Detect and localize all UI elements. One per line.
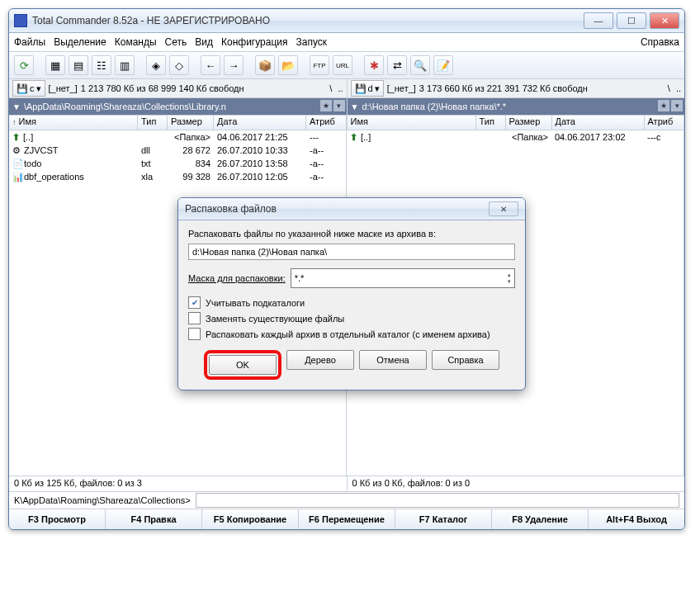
history-button-left[interactable]: ▾ [333, 100, 345, 111]
mask-select[interactable]: *.* ▴▾ [291, 268, 515, 288]
f6-button[interactable]: F6 Перемещение [299, 509, 395, 529]
cancel-button[interactable]: Отмена [359, 350, 427, 370]
folder-up-icon: ⬆ [350, 132, 357, 142]
notepad-button[interactable]: 📝 [433, 55, 453, 75]
menu-help[interactable]: Справка [641, 36, 679, 48]
drive-label-left: [_нет_] [49, 83, 78, 93]
favorite-button-right[interactable]: ★ [658, 100, 669, 111]
file-date: 26.07.2010 13:58 [214, 159, 306, 168]
col-name-right[interactable]: Имя [348, 116, 476, 130]
menu-config[interactable]: Конфигурация [221, 36, 288, 48]
file-size: 834 [168, 159, 214, 168]
updir-date-left: 04.06.2017 21:25 [214, 132, 306, 142]
menubar: Файлы Выделение Команды Сеть Вид Конфигу… [9, 33, 684, 52]
unpack-path-input[interactable] [188, 244, 515, 260]
menu-commands[interactable]: Команды [115, 36, 157, 48]
cmd-input[interactable] [196, 493, 679, 508]
url-button[interactable]: URL [333, 55, 352, 75]
checkbox-label: Учитывать подкаталоги [206, 298, 305, 308]
altf4-button[interactable]: Alt+F4 Выход [589, 509, 684, 529]
checkbox-each-own-dir[interactable]: Распаковать каждый архив в отдельный кат… [188, 328, 515, 340]
drive-select-right[interactable]: 💾 d ▾ [351, 80, 384, 97]
favorite-button-left[interactable]: ★ [320, 100, 332, 111]
menu-selection[interactable]: Выделение [54, 36, 106, 48]
unpack-button[interactable]: 📂 [278, 55, 298, 75]
view-quick-button[interactable]: ▥ [115, 55, 135, 75]
list-item[interactable]: ⬆[..] <Папка> 04.06.2017 21:25 --- [9, 130, 346, 144]
history-button-right[interactable]: ▾ [671, 100, 683, 111]
command-line: K\AppData\Roaming\Shareaza\Collections> [9, 491, 684, 509]
minimize-button[interactable]: — [584, 12, 613, 29]
file-ext: txt [138, 159, 168, 168]
ftp-connect-button[interactable]: FTP [310, 55, 329, 75]
dialog-titlebar: Распаковка файлов ✕ [178, 198, 525, 220]
back-button[interactable]: ← [201, 55, 220, 75]
path-text-left: \AppData\Roaming\Shareaza\Collections\Li… [24, 102, 226, 111]
unselect-button[interactable]: ◇ [169, 55, 189, 75]
col-type-left[interactable]: Тип [138, 116, 168, 130]
f5-button[interactable]: F5 Копирование [202, 509, 299, 529]
dropdown-icon: ▴▾ [508, 272, 511, 285]
ok-button[interactable]: OK [209, 355, 277, 375]
multi-rename-button[interactable]: ✱ [364, 55, 384, 75]
col-size-right[interactable]: Размер [506, 116, 552, 130]
checkbox-overwrite[interactable]: Заменять существующие файлы [188, 312, 515, 324]
view-tree-button[interactable]: ☷ [92, 55, 111, 75]
drive-select-left[interactable]: 💾 c ▾ [12, 80, 45, 97]
window-close-button[interactable]: ✕ [650, 12, 679, 29]
checkbox-subdirs[interactable]: ✔ Учитывать подкаталоги [188, 296, 515, 309]
col-attr-left[interactable]: Атриб [306, 116, 347, 130]
view-full-button[interactable]: ▤ [69, 55, 88, 75]
forward-button[interactable]: → [224, 55, 244, 75]
file-attr: -a-- [306, 159, 346, 168]
drive-space-left: 1 213 780 Кб из 68 999 140 Кб свободн [81, 83, 244, 93]
app-icon [14, 14, 27, 27]
list-item[interactable]: 📊dbf_operations xla 99 328 26.07.2010 12… [9, 170, 346, 183]
col-size-left[interactable]: Размер [168, 116, 214, 130]
file-ext: xla [138, 172, 168, 182]
col-date-right[interactable]: Дата [552, 116, 645, 130]
list-item[interactable]: ⬆[..] <Папка> 04.06.2017 23:02 ---c [347, 130, 683, 144]
statusbar: 0 Кб из 125 Кб, файлов: 0 из 3 0 Кб из 0… [9, 476, 684, 491]
path-text-right: d:\Новая папка (2)\Новая папка\*.* [362, 102, 506, 111]
f8-button[interactable]: F8 Удаление [492, 509, 589, 529]
menu-start[interactable]: Запуск [296, 36, 328, 48]
col-type-right[interactable]: Тип [476, 116, 506, 130]
invert-select-button[interactable]: ◈ [146, 55, 166, 75]
dialog-title: Распаковка файлов [185, 203, 277, 215]
checkbox-checked-icon: ✔ [188, 296, 201, 309]
file-ext: dll [138, 145, 168, 155]
search-button[interactable]: 🔍 [410, 55, 430, 75]
list-item[interactable]: ⚙ZJVCST dll 28 672 26.07.2010 10:33 -a-- [9, 144, 346, 157]
dialog-close-button[interactable]: ✕ [489, 201, 518, 216]
f3-button[interactable]: F3 Просмотр [9, 509, 106, 529]
pack-button[interactable]: 📦 [255, 55, 275, 75]
menu-files[interactable]: Файлы [14, 36, 45, 48]
file-date: 26.07.2010 12:05 [214, 172, 306, 182]
maximize-button[interactable]: ☐ [617, 12, 646, 29]
help-button[interactable]: Справка [432, 350, 499, 370]
file-name: todo [24, 159, 41, 168]
col-date-left[interactable]: Дата [214, 116, 306, 130]
view-brief-button[interactable]: ▦ [45, 55, 65, 75]
updir-date-right: 04.06.2017 23:02 [551, 132, 644, 142]
history-arrow-icon[interactable]: ▼ [351, 102, 359, 111]
refresh-button[interactable]: ⟳ [14, 55, 34, 75]
menu-view[interactable]: Вид [195, 36, 213, 48]
unpack-label: Распаковать файлы по указанной ниже маск… [188, 229, 515, 239]
list-item[interactable]: 📄todo txt 834 26.07.2010 13:58 -a-- [9, 157, 346, 170]
pathbar-left[interactable]: ▼ \AppData\Roaming\Shareaza\Collections\… [9, 98, 348, 116]
f7-button[interactable]: F7 Каталог [395, 509, 492, 529]
history-arrow-icon[interactable]: ▼ [12, 102, 21, 111]
pathbar-right[interactable]: ▼ d:\Новая папка (2)\Новая папка\*.* ★▾ [348, 98, 685, 116]
menu-network[interactable]: Сеть [165, 36, 187, 48]
tree-button[interactable]: Дерево [286, 350, 354, 370]
root-button-left[interactable]: \ [329, 83, 332, 93]
root-button-right[interactable]: \ [668, 83, 670, 93]
f4-button[interactable]: F4 Правка [106, 509, 202, 529]
col-name-left[interactable]: Имя [19, 116, 36, 126]
checkbox-unchecked-icon [188, 312, 201, 324]
sync-dirs-button[interactable]: ⇄ [387, 55, 407, 75]
col-attr-right[interactable]: Атриб [645, 116, 685, 130]
window-title: Total Commander 8.52a - НЕ ЗАРЕГИСТРИРОВ… [32, 15, 584, 26]
